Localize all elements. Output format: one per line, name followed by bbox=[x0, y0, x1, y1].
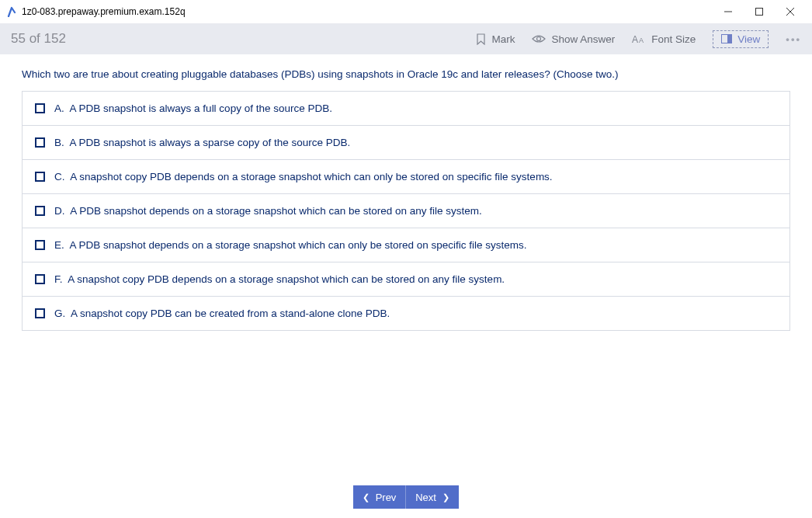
option-a[interactable]: A. A PDB snapshot is always a full copy … bbox=[23, 92, 789, 126]
maximize-button[interactable] bbox=[744, 2, 775, 22]
option-text: E. A PDB snapshot depends on a storage s… bbox=[54, 239, 527, 251]
svg-point-4 bbox=[537, 37, 541, 41]
nav-buttons: ❮ Prev Next ❯ bbox=[353, 485, 459, 509]
option-text: B. A PDB snapshot is always a sparse cop… bbox=[54, 137, 350, 148]
app-icon bbox=[6, 6, 17, 17]
footer-nav: ❮ Prev Next ❯ bbox=[0, 485, 812, 509]
checkbox-icon[interactable] bbox=[35, 137, 45, 148]
option-text: C. A snapshot copy PDB depends on a stor… bbox=[54, 171, 553, 183]
svg-text:A: A bbox=[632, 34, 638, 44]
option-c[interactable]: C. A snapshot copy PDB depends on a stor… bbox=[23, 160, 789, 194]
checkbox-icon[interactable] bbox=[35, 172, 45, 182]
checkbox-icon[interactable] bbox=[35, 103, 45, 113]
mark-button[interactable]: Mark bbox=[476, 33, 515, 45]
option-e[interactable]: E. A PDB snapshot depends on a storage s… bbox=[23, 228, 789, 262]
option-d[interactable]: D. A PDB snapshot depends on a storage s… bbox=[23, 194, 789, 228]
font-size-label: Font Size bbox=[651, 33, 696, 45]
bookmark-icon bbox=[476, 33, 486, 45]
font-size-button[interactable]: AA Font Size bbox=[632, 33, 696, 45]
toolbar: 55 of 152 Mark Show Answer AA Font Size … bbox=[0, 23, 812, 54]
svg-rect-8 bbox=[727, 35, 732, 43]
chevron-left-icon: ❮ bbox=[363, 492, 370, 502]
window-titlebar: 1z0-083.prepaway.premium.exam.152q bbox=[0, 0, 812, 23]
next-button[interactable]: Next ❯ bbox=[406, 485, 459, 509]
prev-label: Prev bbox=[376, 492, 397, 503]
window-title: 1z0-083.prepaway.premium.exam.152q bbox=[22, 6, 186, 17]
question-text: Which two are true about creating plugga… bbox=[22, 68, 790, 80]
view-label: View bbox=[737, 33, 760, 45]
next-label: Next bbox=[415, 492, 436, 503]
view-icon bbox=[721, 34, 732, 43]
font-size-icon: AA bbox=[632, 34, 646, 44]
show-answer-label: Show Answer bbox=[551, 33, 615, 45]
chevron-right-icon: ❯ bbox=[442, 492, 449, 502]
show-answer-button[interactable]: Show Answer bbox=[532, 33, 615, 45]
toolbar-actions: Mark Show Answer AA Font Size View ••• bbox=[476, 30, 801, 48]
option-text: D. A PDB snapshot depends on a storage s… bbox=[54, 205, 482, 217]
view-button[interactable]: View bbox=[713, 30, 769, 48]
option-text: F. A snapshot copy PDB depends on a stor… bbox=[54, 273, 505, 285]
option-g[interactable]: G. A snapshot copy PDB can be created fr… bbox=[23, 297, 789, 330]
mark-label: Mark bbox=[491, 33, 515, 45]
window-controls bbox=[713, 2, 806, 22]
checkbox-icon[interactable] bbox=[35, 274, 45, 284]
eye-icon bbox=[532, 34, 546, 43]
checkbox-icon[interactable] bbox=[35, 308, 45, 318]
option-text: A. A PDB snapshot is always a full copy … bbox=[54, 103, 332, 114]
option-f[interactable]: F. A snapshot copy PDB depends on a stor… bbox=[23, 262, 789, 297]
titlebar-left: 1z0-083.prepaway.premium.exam.152q bbox=[6, 6, 186, 17]
svg-text:A: A bbox=[639, 37, 644, 44]
progress-indicator: 55 of 152 bbox=[11, 31, 66, 47]
checkbox-icon[interactable] bbox=[35, 240, 45, 250]
more-button[interactable]: ••• bbox=[786, 33, 801, 45]
checkbox-icon[interactable] bbox=[35, 206, 45, 216]
options-list: A. A PDB snapshot is always a full copy … bbox=[22, 91, 790, 331]
option-text: G. A snapshot copy PDB can be created fr… bbox=[54, 308, 390, 319]
svg-rect-1 bbox=[756, 8, 763, 15]
close-button[interactable] bbox=[775, 2, 806, 22]
minimize-button[interactable] bbox=[713, 2, 744, 22]
option-b[interactable]: B. A PDB snapshot is always a sparse cop… bbox=[23, 126, 789, 160]
prev-button[interactable]: ❮ Prev bbox=[353, 485, 406, 509]
content-area: Which two are true about creating plugga… bbox=[0, 54, 812, 331]
